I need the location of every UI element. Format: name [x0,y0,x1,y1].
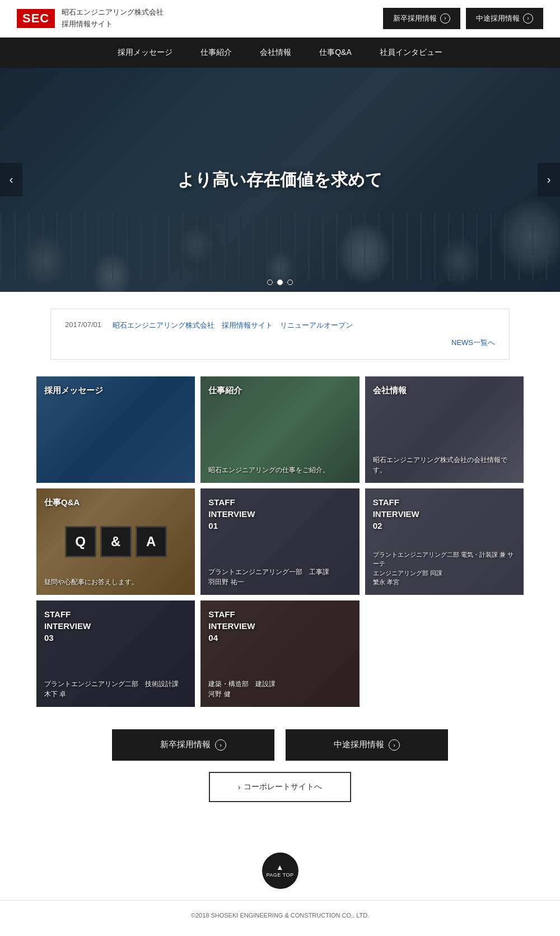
bottom-buttons: 新卒採用情報 › 中途採用情報 › [112,729,448,761]
nav-item-qa[interactable]: 仕事Q&A [319,48,352,58]
card-staff4[interactable]: STAFF INTERVIEW 04 建築・構造部 建設課 河野 健 [200,600,359,707]
qa-q: Q [65,526,96,557]
corporate-label: コーポレートサイトへ [244,782,322,792]
card-staff1-desc: プラントエンジニアリング一部 工事課 羽田野 祐一 [208,567,351,587]
qa-amp: & [100,526,131,557]
card-qa[interactable]: 仕事Q&A Q & A 疑問や心配事にお答えします。 [36,488,195,595]
corporate-button[interactable]: › コーポレートサイトへ [209,772,352,802]
card-staff2-label: STAFF INTERVIEW 02 [373,496,419,532]
card-empty [365,600,524,707]
page-top-label: PAGE TOP [266,872,293,878]
news-date: 2017/07/01 [65,320,101,329]
card-staff4-desc: 建築・構造部 建設課 河野 健 [208,679,351,699]
circle-arrow-icon2: › [523,13,533,24]
card-staff3[interactable]: STAFF INTERVIEW 03 プラントエンジニアリング二部 技術設計課 … [36,600,195,707]
grid-row-2: 仕事Q&A Q & A 疑問や心配事にお答えします。 STAFF INTERVI… [36,488,524,595]
grid-row-1: 採用メッセージ 仕事紹介 昭石エンジニアリングの仕事をご紹介。 会社情報 昭石エ… [36,376,524,483]
card-kaisha-label: 会社情報 [373,384,407,396]
card-kaisha-desc: 昭石エンジニアリング株式会社の会社情報です。 [373,455,516,475]
page-top-button[interactable]: ▲ PAGE TOP [262,853,298,889]
logo-sec: SEC [17,9,55,28]
nav-item-saiyou[interactable]: 採用メッセージ [118,48,172,58]
card-shigoto-desc: 昭石エンジニアリングの仕事をご紹介。 [208,465,351,475]
news-more-link[interactable]: NEWS一覧へ [451,338,495,347]
card-saiyou-label: 採用メッセージ [44,384,103,396]
page-top-arrow-icon: ▲ [276,863,284,871]
logo-text: 昭石エンジニアリング株式会社 採用情報サイト [62,7,164,30]
page-top-section: ▲ PAGE TOP [0,836,560,900]
qa-box: Q & A [65,526,166,557]
header-buttons: 新卒採用情報 › 中途採用情報 › [383,8,543,29]
company-name: 昭石エンジニアリング株式会社 [62,7,164,18]
new-grad-header-label: 新卒採用情報 [393,13,437,24]
hero-slider: ‹ より高い存在価値を求めて › [0,68,560,292]
nav-item-shigoto[interactable]: 仕事紹介 [200,48,232,58]
card-kaisha[interactable]: 会社情報 昭石エンジニアリング株式会社の会社情報です。 [365,376,524,483]
site-header: SEC 昭石エンジニアリング株式会社 採用情報サイト 新卒採用情報 › 中途採用… [0,0,560,38]
card-shigoto[interactable]: 仕事紹介 昭石エンジニアリングの仕事をご紹介。 [200,376,359,483]
hero-dot-1[interactable] [267,280,273,285]
career-header-label: 中途採用情報 [476,13,520,24]
card-staff1-label: STAFF INTERVIEW 01 [208,496,255,532]
nav-item-interview[interactable]: 社員インタビュー [380,48,442,58]
corporate-btn-wrap: › コーポレートサイトへ [0,772,560,802]
new-grad-header-button[interactable]: 新卒採用情報 › [383,8,460,29]
hero-text: より高い存在価値を求めて [178,168,382,191]
hero-dot-2[interactable] [277,280,283,285]
career-header-button[interactable]: 中途採用情報 › [466,8,543,29]
card-staff3-desc: プラントエンジニアリング二部 技術設計課 木下 卓 [44,679,187,699]
card-qa-desc: 疑問や心配事にお答えします。 [44,577,187,587]
logo-area: SEC 昭石エンジニアリング株式会社 採用情報サイト [17,7,164,30]
site-footer: ©2018 SHOSEKI ENGINEERING & CONSTRUCTION… [0,900,560,930]
card-shigoto-label: 仕事紹介 [208,384,242,396]
news-link[interactable]: 昭石エンジニアリング株式会社 採用情報サイト リニューアルオープン [113,320,353,330]
news-more: NEWS一覧へ [65,337,495,348]
card-staff1[interactable]: STAFF INTERVIEW 01 プラントエンジニアリング一部 工事課 羽田… [200,488,359,595]
career-bottom-label: 中途採用情報 [334,739,384,750]
grid-section: 採用メッセージ 仕事紹介 昭石エンジニアリングの仕事をご紹介。 会社情報 昭石エ… [36,376,524,707]
career-bottom-button[interactable]: 中途採用情報 › [286,729,448,761]
hero-dot-3[interactable] [287,280,293,285]
circle-arrow-icon4: › [389,739,400,751]
hero-prev-button[interactable]: ‹ [0,163,22,197]
card-staff4-label: STAFF INTERVIEW 04 [208,608,255,644]
copyright-text: ©2018 SHOSEKI ENGINEERING & CONSTRUCTION… [191,912,369,919]
card-saiyou[interactable]: 採用メッセージ [36,376,195,483]
hero-next-button[interactable]: › [538,163,560,197]
hero-dots [267,280,293,285]
new-grad-bottom-button[interactable]: 新卒採用情報 › [112,729,274,761]
site-name: 採用情報サイト [62,18,164,30]
new-grad-bottom-label: 新卒採用情報 [160,739,211,750]
card-staff2-desc: プラントエンジニアリング二部 電気・計装課 兼 サーテ エンジニアリング部 同課… [373,550,516,587]
circle-arrow-icon: › [440,13,450,24]
circle-arrow-icon3: › [215,739,226,751]
grid-row-3: STAFF INTERVIEW 03 プラントエンジニアリング二部 技術設計課 … [36,600,524,707]
card-staff3-label: STAFF INTERVIEW 03 [44,608,91,644]
card-staff2[interactable]: STAFF INTERVIEW 02 プラントエンジニアリング二部 電気・計装課… [365,488,524,595]
chevron-right-icon: › [238,783,241,791]
news-item: 2017/07/01 昭石エンジニアリング株式会社 採用情報サイト リニューアル… [65,320,495,330]
main-nav: 採用メッセージ 仕事紹介 会社情報 仕事Q&A 社員インタビュー [0,38,560,68]
qa-a: A [136,526,166,557]
news-section: 2017/07/01 昭石エンジニアリング株式会社 採用情報サイト リニューアル… [50,309,510,360]
nav-item-kaisha[interactable]: 会社情報 [260,48,291,58]
card-qa-label: 仕事Q&A [44,496,80,508]
